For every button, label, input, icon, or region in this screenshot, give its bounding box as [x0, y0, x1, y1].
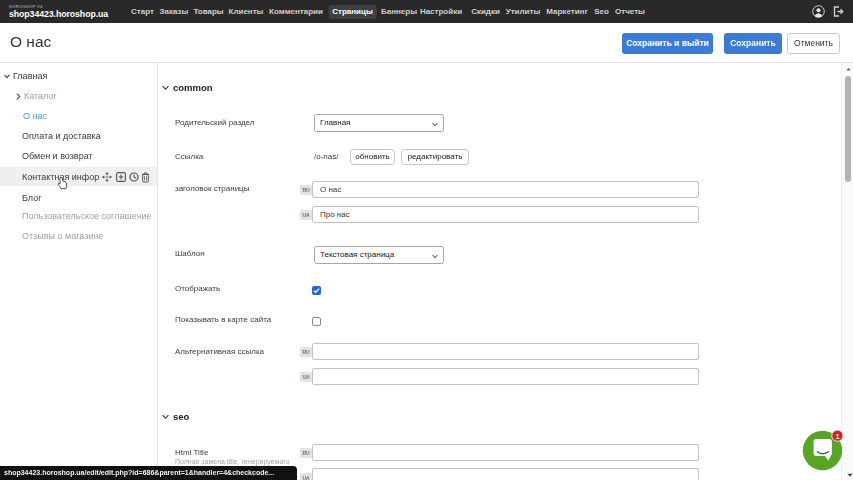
- svg-text:1: 1: [835, 432, 840, 441]
